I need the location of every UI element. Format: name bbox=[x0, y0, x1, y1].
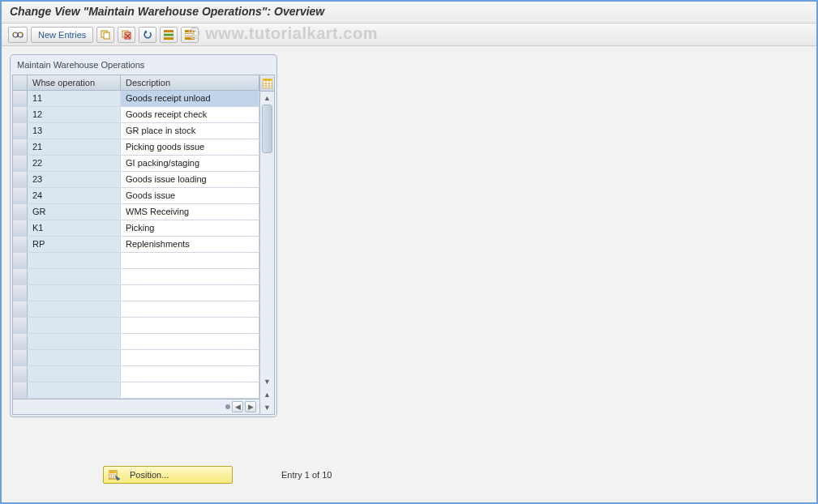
scroll-left-button[interactable]: ◀ bbox=[232, 401, 243, 412]
select-all-button[interactable] bbox=[160, 27, 178, 43]
svg-rect-13 bbox=[263, 79, 272, 81]
cell-description[interactable]: Goods receipt unload bbox=[121, 91, 259, 106]
cell-operation[interactable]: 21 bbox=[28, 139, 121, 155]
scroll-up2-button[interactable]: ▲ bbox=[260, 388, 274, 401]
row-selector[interactable] bbox=[13, 366, 28, 382]
table-row[interactable]: 13GR place in stock bbox=[12, 123, 260, 139]
cell-description[interactable] bbox=[121, 366, 259, 382]
cell-operation[interactable] bbox=[28, 334, 121, 349]
row-selector-header[interactable] bbox=[13, 75, 28, 90]
row-selector[interactable] bbox=[13, 91, 28, 106]
cell-description[interactable]: Goods receipt check bbox=[121, 107, 259, 122]
cell-description[interactable]: WMS Receiving bbox=[121, 204, 259, 220]
table-row[interactable]: RPReplenishments bbox=[12, 237, 260, 253]
cell-operation[interactable]: GR bbox=[28, 204, 121, 220]
scroll-track[interactable] bbox=[260, 105, 274, 375]
cell-description[interactable] bbox=[121, 382, 259, 398]
table-settings-button[interactable] bbox=[260, 75, 274, 92]
cell-description[interactable] bbox=[121, 318, 259, 333]
cell-operation[interactable] bbox=[28, 318, 121, 333]
table-row[interactable] bbox=[12, 382, 260, 399]
deselect-all-button[interactable] bbox=[181, 27, 199, 43]
cell-operation[interactable] bbox=[28, 285, 121, 301]
delete-button[interactable] bbox=[118, 27, 135, 43]
table-row[interactable]: 21Picking goods issue bbox=[12, 139, 260, 156]
cell-operation[interactable] bbox=[28, 382, 121, 398]
cell-description[interactable] bbox=[121, 253, 259, 268]
cell-operation[interactable]: 12 bbox=[28, 107, 121, 122]
cell-operation[interactable]: RP bbox=[28, 237, 121, 252]
table-row[interactable] bbox=[12, 366, 260, 382]
table-row[interactable]: 23Goods issue loading bbox=[12, 172, 260, 188]
new-entries-button[interactable]: New Entries bbox=[31, 27, 93, 43]
cell-description[interactable] bbox=[121, 350, 259, 365]
cell-operation[interactable]: 11 bbox=[28, 91, 121, 106]
row-selector[interactable] bbox=[13, 220, 28, 236]
row-selector[interactable] bbox=[13, 156, 28, 171]
copy-button[interactable] bbox=[96, 27, 114, 43]
row-selector[interactable] bbox=[13, 123, 28, 139]
table-row[interactable] bbox=[12, 350, 260, 366]
cell-operation[interactable] bbox=[28, 253, 121, 268]
table-row[interactable]: 11Goods receipt unload bbox=[12, 91, 260, 107]
cell-operation[interactable]: 24 bbox=[28, 188, 121, 203]
table-row[interactable]: 12Goods receipt check bbox=[12, 107, 260, 123]
cell-description[interactable]: Picking goods issue bbox=[121, 139, 259, 155]
cell-description[interactable]: GI packing/staging bbox=[121, 156, 259, 171]
table-row[interactable] bbox=[12, 318, 260, 334]
row-selector[interactable] bbox=[13, 382, 28, 398]
cell-operation[interactable] bbox=[28, 269, 121, 284]
row-selector[interactable] bbox=[13, 350, 28, 365]
table-row[interactable]: K1Picking bbox=[12, 220, 260, 237]
row-selector[interactable] bbox=[13, 334, 28, 349]
row-selector[interactable] bbox=[13, 237, 28, 252]
cell-description[interactable]: Goods issue loading bbox=[121, 172, 259, 187]
scroll-down-button[interactable]: ▼ bbox=[260, 375, 274, 388]
row-selector[interactable] bbox=[13, 139, 28, 155]
row-selector[interactable] bbox=[13, 107, 28, 122]
row-selector[interactable] bbox=[13, 204, 28, 220]
scroll-right-button[interactable]: ▶ bbox=[245, 401, 256, 412]
vertical-scrollbar[interactable]: ▲ ▼ ▲ ▼ bbox=[260, 75, 275, 415]
table-row[interactable] bbox=[12, 301, 260, 318]
cell-operation[interactable] bbox=[28, 366, 121, 382]
cell-description[interactable]: Replenishments bbox=[121, 237, 259, 252]
scroll-down2-button[interactable]: ▼ bbox=[260, 401, 274, 414]
table-row[interactable] bbox=[12, 334, 260, 350]
cell-description[interactable]: GR place in stock bbox=[121, 123, 259, 139]
row-selector[interactable] bbox=[13, 318, 28, 333]
cell-operation[interactable]: 22 bbox=[28, 156, 121, 171]
column-header-operation[interactable]: Whse operation bbox=[28, 75, 121, 90]
row-selector[interactable] bbox=[13, 301, 28, 317]
table-row[interactable]: 22GI packing/staging bbox=[12, 156, 260, 172]
cell-operation[interactable] bbox=[28, 350, 121, 365]
row-selector[interactable] bbox=[13, 253, 28, 268]
undo-button[interactable] bbox=[139, 27, 156, 43]
table-row[interactable] bbox=[12, 269, 260, 285]
scroll-thumb[interactable] bbox=[262, 105, 272, 153]
cell-description[interactable] bbox=[121, 285, 259, 301]
row-selector[interactable] bbox=[13, 188, 28, 203]
cell-description[interactable] bbox=[121, 269, 259, 284]
table-row[interactable]: GRWMS Receiving bbox=[12, 204, 260, 220]
row-selector[interactable] bbox=[13, 285, 28, 301]
cell-operation[interactable]: K1 bbox=[28, 220, 121, 236]
cell-description[interactable] bbox=[121, 301, 259, 317]
toggle-button[interactable] bbox=[8, 27, 28, 43]
table-row[interactable] bbox=[12, 285, 260, 301]
horizontal-scrollbar[interactable]: ◀ ▶ bbox=[12, 399, 260, 415]
column-header-description[interactable]: Description bbox=[121, 75, 259, 90]
position-button[interactable]: Position... bbox=[103, 466, 233, 484]
cell-operation[interactable]: 13 bbox=[28, 123, 121, 139]
table-row[interactable]: 24Goods issue bbox=[12, 188, 260, 204]
cell-description[interactable]: Goods issue bbox=[121, 188, 259, 203]
cell-operation[interactable] bbox=[28, 301, 121, 317]
cell-description[interactable] bbox=[121, 334, 259, 349]
cell-operation[interactable]: 23 bbox=[28, 172, 121, 187]
cell-description[interactable]: Picking bbox=[121, 220, 259, 236]
row-selector[interactable] bbox=[13, 269, 28, 284]
scroll-up-button[interactable]: ▲ bbox=[260, 92, 274, 105]
row-selector[interactable] bbox=[13, 172, 28, 187]
data-grid: Whse operation Description 11Goods recei… bbox=[12, 75, 275, 415]
table-row[interactable] bbox=[12, 253, 260, 269]
